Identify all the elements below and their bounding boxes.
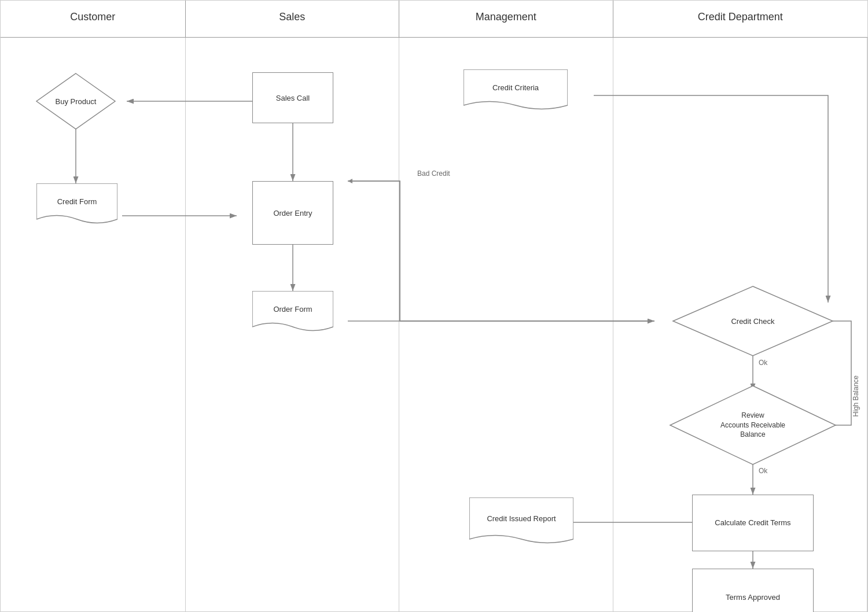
lane-header-management: Management <box>399 1 613 37</box>
diagram-container: Customer Sales Management Credit Departm… <box>0 0 868 612</box>
buy-product-diamond: Buy Product <box>35 72 116 130</box>
credit-form-shape: Credit Form <box>36 183 117 227</box>
lane-header-credit-dept: Credit Department <box>613 1 867 37</box>
terms-approved-shape: Terms Approved <box>692 569 814 612</box>
order-form-label: Order Form <box>252 291 333 327</box>
calculate-credit-shape: Calculate Credit Terms <box>692 495 814 551</box>
review-ar-label: ReviewAccounts ReceivableBalance <box>669 385 837 466</box>
credit-issued-report-shape: Credit Issued Report <box>469 497 573 547</box>
credit-criteria-label: Credit Criteria <box>464 69 568 105</box>
credit-check-diamond: Credit Check <box>672 285 834 357</box>
sales-call-shape: Sales Call <box>252 72 333 123</box>
order-form-shape: Order Form <box>252 291 333 334</box>
buy-product-label: Buy Product <box>35 72 116 130</box>
credit-form-label: Credit Form <box>36 183 117 219</box>
high-balance-label: High Balance <box>850 350 862 443</box>
lane-header-sales: Sales <box>186 1 400 37</box>
lane-header-customer: Customer <box>1 1 186 37</box>
credit-issued-report-label: Credit Issued Report <box>469 497 573 539</box>
lane-headers: Customer Sales Management Credit Departm… <box>1 1 867 38</box>
ok1-label: Ok <box>759 359 767 367</box>
bad-credit-label: Bad Credit <box>417 169 450 178</box>
lanes-body: Buy Product Credit Form Sales Call Order… <box>1 38 867 612</box>
review-ar-diamond: ReviewAccounts ReceivableBalance <box>669 385 837 466</box>
credit-check-label: Credit Check <box>672 285 834 357</box>
credit-criteria-shape: Credit Criteria <box>464 69 568 113</box>
ok2-label: Ok <box>759 467 767 475</box>
order-entry-shape: Order Entry <box>252 181 333 245</box>
